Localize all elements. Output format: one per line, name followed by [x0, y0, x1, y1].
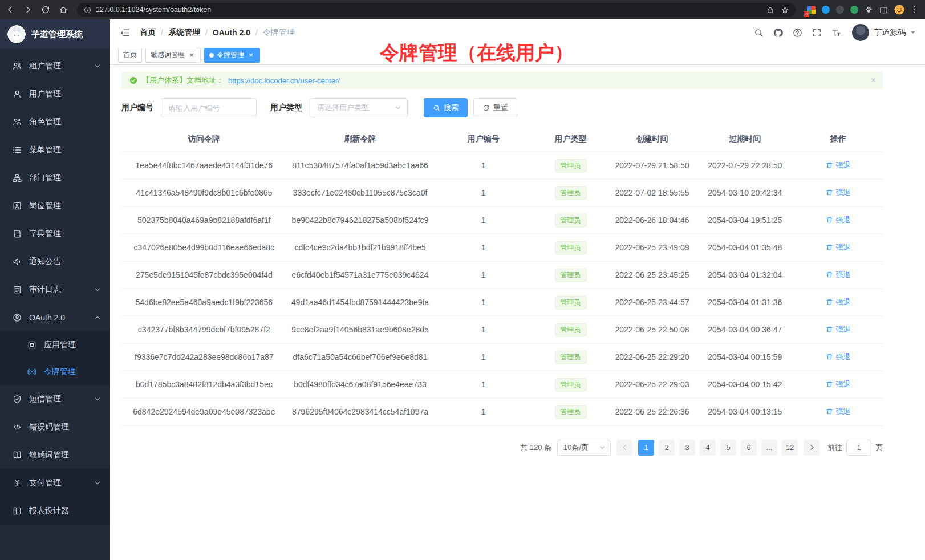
extension-paw-icon[interactable] — [865, 6, 873, 14]
user-id-input[interactable] — [161, 98, 257, 117]
force-logout-button[interactable]: 强退 — [826, 215, 850, 225]
breadcrumb-item[interactable]: 系统管理 — [168, 27, 200, 38]
sidebar-item-audit-log[interactable]: 审计日志 — [0, 275, 110, 303]
app-logo[interactable]: 芋道管理系统 — [0, 19, 110, 49]
browser-menu-icon[interactable] — [910, 5, 919, 14]
next-page-button[interactable] — [804, 440, 819, 456]
extension-icon-blue[interactable] — [822, 6, 830, 14]
reset-icon — [482, 104, 490, 112]
cell-created-time: 2022-06-26 18:04:46 — [608, 206, 696, 234]
sidebar-item-tenant[interactable]: 租户管理 — [0, 52, 110, 80]
table-row: 41c41346a548490f9dc8b01c6bfe0865333ecfc7… — [121, 179, 883, 206]
home-icon[interactable] — [59, 5, 68, 14]
trash-icon — [826, 271, 833, 278]
search-icon[interactable] — [754, 28, 764, 38]
sidebar-item-dept[interactable]: 部门管理 — [0, 164, 110, 192]
help-icon[interactable] — [793, 28, 802, 38]
page-size-select[interactable]: 10条/页 — [557, 440, 611, 456]
cell-expire-time: 2054-03-04 00:15:42 — [696, 371, 794, 398]
cell-created-time: 2022-07-02 18:55:55 — [608, 179, 696, 206]
sidebar-item-oauth2[interactable]: OAuth 2.0 — [0, 303, 110, 331]
tab-sensitive-word[interactable]: 敏感词管理× — [145, 48, 201, 63]
browser-profile-avatar[interactable] — [894, 5, 904, 15]
goto-input[interactable] — [846, 440, 871, 456]
page-button-3[interactable]: 3 — [679, 440, 695, 456]
cell-refresh-token: b0df4980ffd34c67a08f9156e4eee733 — [287, 371, 434, 398]
cell-action: 强退 — [794, 316, 883, 343]
sidebar-item-pay[interactable]: 支付管理 — [0, 469, 110, 497]
force-logout-button[interactable]: 强退 — [826, 407, 850, 417]
extension-icon-green[interactable] — [850, 6, 858, 14]
font-size-icon[interactable] — [831, 28, 841, 38]
prev-page-button[interactable] — [616, 440, 632, 456]
sidebar-item-oauth2-app[interactable]: 应用管理 — [0, 331, 110, 358]
force-logout-button[interactable]: 强退 — [826, 379, 850, 389]
table-row: 1ea5e44f8bc1467aaede43144f31de76811c5304… — [121, 152, 883, 179]
sidebar-item-menu[interactable]: 菜单管理 — [0, 136, 110, 164]
page-button-1[interactable]: 1 — [638, 440, 654, 456]
sidebar-item-role[interactable]: 角色管理 — [0, 108, 110, 136]
close-icon[interactable]: × — [247, 51, 255, 59]
logo-avatar — [7, 25, 26, 43]
fullscreen-icon[interactable] — [812, 28, 822, 38]
force-logout-button[interactable]: 强退 — [826, 242, 850, 253]
tab-token[interactable]: 令牌管理× — [204, 48, 260, 63]
chevron-down-icon — [599, 444, 606, 451]
sidebar-item-sms[interactable]: 短信管理 — [0, 385, 110, 413]
close-icon[interactable]: × — [188, 51, 196, 59]
cell-user-type: 管理员 — [533, 398, 608, 425]
users-icon — [13, 62, 22, 71]
cell-action: 强退 — [794, 206, 883, 234]
breadcrumb-item[interactable]: OAuth 2.0 — [213, 28, 250, 37]
sidebar-item-label: 敏感词管理 — [29, 450, 101, 460]
sidebar-item-oauth2-token[interactable]: 令牌管理 — [0, 358, 110, 385]
force-logout-button[interactable]: 强退 — [826, 188, 850, 198]
caret-down-icon — [910, 30, 916, 35]
page-button-12[interactable]: 12 — [782, 440, 798, 456]
cell-user-id: 1 — [433, 343, 533, 371]
page-button-4[interactable]: 4 — [700, 440, 716, 456]
extensions-grid-icon[interactable]: 0 — [807, 6, 816, 14]
sidebar-item-user[interactable]: 用户管理 — [0, 80, 110, 108]
url-bar[interactable]: 127.0.0.1:1024/system/oauth2/token — [77, 3, 796, 17]
side-panel-icon[interactable] — [879, 6, 888, 14]
force-logout-button[interactable]: 强退 — [826, 324, 850, 335]
sidebar-item-notice[interactable]: 通知公告 — [0, 247, 110, 275]
tree-icon — [13, 173, 22, 182]
force-logout-button[interactable]: 强退 — [826, 352, 850, 362]
info-icon[interactable] — [84, 6, 91, 14]
user-menu[interactable]: 芋道源码 — [852, 24, 916, 41]
reset-button-label: 重置 — [493, 103, 508, 113]
back-icon[interactable] — [6, 5, 15, 14]
forward-icon[interactable] — [23, 5, 33, 14]
page-button-6[interactable]: 6 — [741, 440, 757, 456]
cell-expire-time: 2054-03-04 01:31:36 — [696, 289, 794, 316]
sidebar-item-post[interactable]: 岗位管理 — [0, 192, 110, 220]
alert-close-icon[interactable]: × — [871, 75, 876, 86]
force-logout-button[interactable]: 强退 — [826, 270, 850, 280]
page-button-5[interactable]: 5 — [720, 440, 736, 456]
tab-home[interactable]: 首页 — [118, 48, 142, 63]
sidebar-item-report-designer[interactable]: 报表设计器 — [0, 497, 110, 525]
sidebar-toggle-icon[interactable] — [119, 27, 130, 38]
cell-user-id: 1 — [433, 371, 533, 398]
star-icon[interactable] — [781, 6, 789, 14]
sidebar-item-dict[interactable]: 字典管理 — [0, 220, 110, 247]
search-button[interactable]: 搜索 — [424, 98, 468, 117]
extension-icon-dark[interactable] — [836, 6, 844, 14]
sidebar-item-error-code[interactable]: 错误码管理 — [0, 413, 110, 441]
sidebar-item-sensitive-word[interactable]: 敏感词管理 — [0, 441, 110, 469]
cell-access-token: f9336e7c7dd242a283ee98dc86b17a87 — [121, 343, 287, 371]
share-icon[interactable] — [766, 6, 774, 14]
force-logout-button[interactable]: 强退 — [826, 160, 850, 171]
force-logout-button[interactable]: 强退 — [826, 297, 850, 307]
page-button-2[interactable]: 2 — [659, 440, 675, 456]
pagination: 共 120 条 10条/页 123456...12 前往 页 — [121, 440, 883, 456]
breadcrumb-item[interactable]: 首页 — [140, 27, 156, 38]
doc-link[interactable]: https://doc.iocoder.cn/user-center/ — [228, 76, 340, 85]
pagination-more-button[interactable]: ... — [761, 440, 777, 456]
github-icon[interactable] — [773, 28, 783, 38]
reset-button[interactable]: 重置 — [473, 98, 517, 117]
refresh-icon[interactable] — [41, 5, 50, 14]
user-type-select[interactable]: 请选择用户类型 — [310, 98, 408, 117]
